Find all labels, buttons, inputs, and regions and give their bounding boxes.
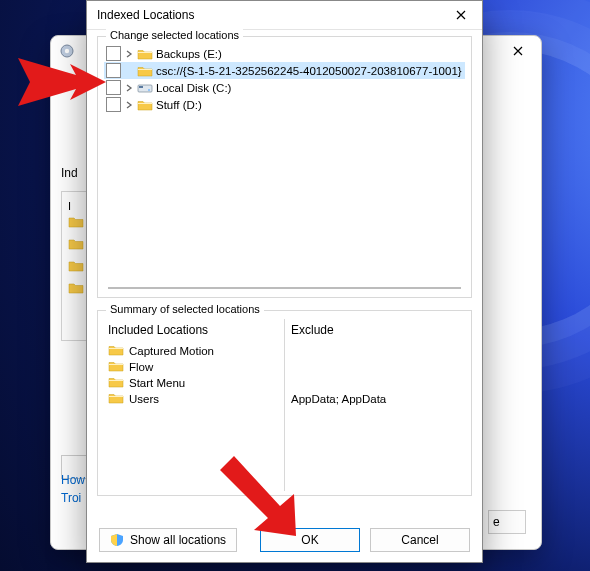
included-label: Flow xyxy=(129,361,153,373)
help-link-2[interactable]: Troi xyxy=(61,491,81,505)
tree-node[interactable]: csc://{S-1-5-21-3252562245-4012050027-20… xyxy=(104,62,465,79)
close-button[interactable] xyxy=(440,1,482,29)
svg-rect-3 xyxy=(139,86,143,88)
tree-node-label: Stuff (D:) xyxy=(156,99,202,111)
folder-icon xyxy=(108,392,124,406)
gear-icon xyxy=(59,43,75,59)
folder-icon xyxy=(68,238,84,250)
folder-icon xyxy=(108,360,124,374)
locations-tree[interactable]: Backups (E:)csc://{S-1-5-21-3252562245-4… xyxy=(104,45,465,291)
ok-button[interactable]: OK xyxy=(260,528,360,552)
svg-point-1 xyxy=(65,49,69,53)
tree-node[interactable]: Stuff (D:) xyxy=(104,96,465,113)
show-all-locations-button[interactable]: Show all locations xyxy=(99,528,237,552)
disk-icon xyxy=(137,82,153,94)
exclude-row xyxy=(291,375,461,391)
help-links: How Troi xyxy=(61,473,85,509)
shield-icon xyxy=(110,533,124,547)
exclude-row xyxy=(291,359,461,375)
included-label: Users xyxy=(129,393,159,405)
exclude-row: AppData; AppData xyxy=(291,391,461,407)
included-label: Start Menu xyxy=(129,377,185,389)
checkbox[interactable] xyxy=(106,63,121,78)
folder-icon xyxy=(68,282,84,294)
exclude-header: Exclude xyxy=(291,323,461,337)
dialog-button-row: Show all locations OK Cancel xyxy=(87,528,482,552)
svg-rect-4 xyxy=(148,89,150,90)
show-all-label: Show all locations xyxy=(130,533,226,547)
folder-icon xyxy=(68,216,84,228)
expander-icon[interactable] xyxy=(124,101,134,109)
folder-icon xyxy=(137,48,153,60)
cancel-button[interactable]: Cancel xyxy=(370,528,470,552)
included-row[interactable]: Captured Motion xyxy=(108,343,278,359)
included-label: Captured Motion xyxy=(129,345,214,357)
included-row[interactable]: Flow xyxy=(108,359,278,375)
included-row[interactable]: Users xyxy=(108,391,278,407)
folder-icon xyxy=(68,260,84,272)
folder-icon xyxy=(137,99,153,111)
tree-node[interactable]: Backups (E:) xyxy=(104,45,465,62)
tree-node-label: csc://{S-1-5-21-3252562245-4012050027-20… xyxy=(156,65,462,77)
included-row[interactable]: Start Menu xyxy=(108,375,278,391)
expander-icon[interactable] xyxy=(124,84,134,92)
parent-close-button[interactable] xyxy=(495,36,541,66)
folder-icon xyxy=(137,65,153,77)
folder-icon xyxy=(108,344,124,358)
checkbox[interactable] xyxy=(106,80,121,95)
exclude-column: Exclude AppData; AppData xyxy=(285,319,467,491)
indexed-locations-dialog: Indexed Locations Change selected locati… xyxy=(86,0,483,563)
tree-node[interactable]: Local Disk (C:) xyxy=(104,79,465,96)
horizontal-scrollbar[interactable] xyxy=(108,287,461,289)
tree-node-label: Backups (E:) xyxy=(156,48,222,60)
change-locations-group: Change selected locations Backups (E:)cs… xyxy=(97,36,472,298)
truncated-close-button[interactable]: e xyxy=(488,510,526,534)
folder-icon xyxy=(108,376,124,390)
change-locations-legend: Change selected locations xyxy=(106,29,243,41)
dialog-title: Indexed Locations xyxy=(97,8,440,22)
included-column: Included Locations Captured MotionFlowSt… xyxy=(102,319,285,491)
checkbox[interactable] xyxy=(106,46,121,61)
exclude-row xyxy=(291,343,461,359)
expander-icon[interactable] xyxy=(124,50,134,58)
summary-legend: Summary of selected locations xyxy=(106,303,264,315)
tree-node-label: Local Disk (C:) xyxy=(156,82,231,94)
summary-group: Summary of selected locations Included L… xyxy=(97,310,472,496)
checkbox[interactable] xyxy=(106,97,121,112)
included-header: Included Locations xyxy=(108,323,278,337)
help-link-1[interactable]: How xyxy=(61,473,85,487)
dialog-titlebar[interactable]: Indexed Locations xyxy=(87,1,482,30)
